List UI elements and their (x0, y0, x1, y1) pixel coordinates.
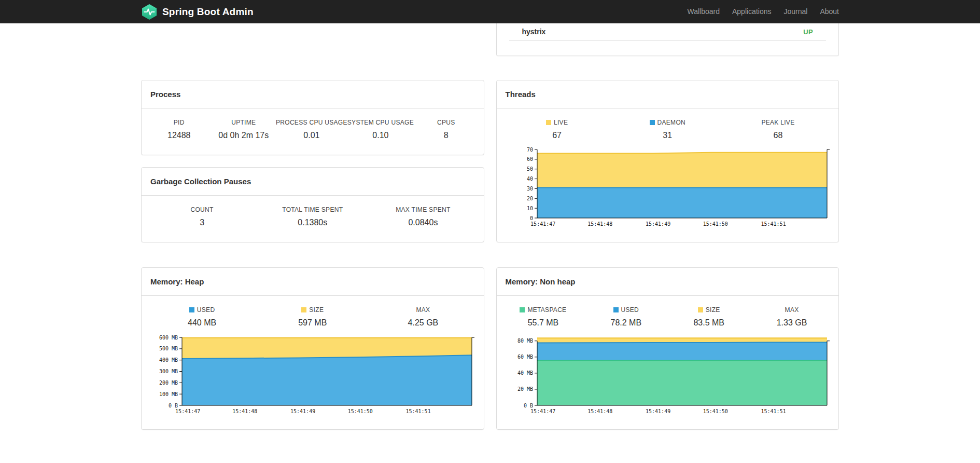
legend-swatch-used (189, 307, 194, 312)
svg-text:70: 70 (526, 147, 533, 153)
stat-gc-total-time: TOTAL TIME SPENT 0.1380s (257, 206, 368, 227)
svg-text:15:41:49: 15:41:49 (646, 408, 670, 414)
svg-text:15:41:47: 15:41:47 (530, 221, 555, 227)
col-process-gc: Process PID 12488 UPTIME 0d 0h 2m 17s PR… (141, 80, 484, 242)
stat-live: LIVE 67 (502, 119, 612, 140)
col-memory-heap: Memory: Heap USED 440 MB SIZE 597 MB MAX… (141, 267, 484, 430)
stat-value: 0.0840s (368, 218, 478, 227)
svg-text:15:41:49: 15:41:49 (290, 408, 315, 414)
stat-label: PEAK LIVE (723, 119, 833, 126)
svg-text:600 MB: 600 MB (159, 335, 178, 341)
stat-value: 31 (612, 131, 723, 140)
threads-panel: Threads LIVE 67 DAEMON 31 PEAK LIVE 68 (496, 80, 839, 242)
stat-label: DAEMON (612, 119, 723, 126)
stat-label: TOTAL TIME SPENT (257, 206, 368, 213)
navbar-inner: Spring Boot Admin Wallboard Applications… (141, 0, 839, 23)
stat-value: 83.5 MB (667, 318, 750, 328)
stat-label: LIVE (502, 119, 612, 126)
application-row-hystrix[interactable]: hystrix UP (509, 23, 827, 41)
row-top: hystrix UP (141, 23, 839, 56)
svg-text:50: 50 (526, 166, 533, 172)
nav-item-journal[interactable]: Journal (777, 0, 814, 23)
stat-value: 55.7 MB (502, 318, 585, 328)
stat-heap-size: SIZE 597 MB (257, 306, 368, 328)
legend-swatch-size (301, 307, 306, 312)
stat-value: 597 MB (257, 318, 368, 328)
stat-value: 0.01 (276, 131, 347, 140)
svg-text:0 B: 0 B (523, 403, 533, 408)
threads-stats: LIVE 67 DAEMON 31 PEAK LIVE 68 (497, 108, 839, 140)
svg-text:500 MB: 500 MB (159, 346, 178, 351)
nav-item-wallboard[interactable]: Wallboard (681, 0, 726, 23)
process-panel: Process PID 12488 UPTIME 0d 0h 2m 17s PR… (141, 80, 484, 155)
stat-heap-used: USED 440 MB (147, 306, 257, 328)
panel-title: Garbage Collection Pauses (142, 168, 484, 196)
svg-text:15:41:47: 15:41:47 (530, 408, 555, 414)
stat-cpus: CPUS 8 (414, 119, 479, 140)
svg-text:400 MB: 400 MB (159, 357, 178, 363)
status-badge: UP (803, 28, 813, 36)
svg-text:15:41:51: 15:41:51 (405, 408, 430, 414)
nav-item-applications[interactable]: Applications (726, 0, 778, 23)
stat-label: COUNT (147, 206, 257, 213)
stat-heap-max: MAX 4.25 GB (368, 306, 478, 328)
panel-title: Process (142, 80, 484, 108)
svg-text:40: 40 (526, 176, 533, 182)
stat-value: 1.33 GB (750, 318, 833, 328)
stat-value: 67 (502, 131, 612, 140)
stat-daemon: DAEMON 31 (612, 119, 723, 140)
heap-stats: USED 440 MB SIZE 597 MB MAX 4.25 GB (142, 296, 484, 328)
nav-links: Wallboard Applications Journal About (681, 0, 839, 23)
stat-value: 4.25 GB (368, 318, 478, 328)
stat-label: USED (584, 306, 667, 314)
stat-label: USED (147, 306, 257, 314)
svg-text:100 MB: 100 MB (159, 391, 178, 397)
stat-gc-max-time: MAX TIME SPENT 0.0840s (368, 206, 478, 227)
stat-label: UPTIME (212, 119, 276, 126)
row-bottom: Memory: Heap USED 440 MB SIZE 597 MB MAX… (141, 267, 839, 430)
gc-stats: COUNT 3 TOTAL TIME SPENT 0.1380s MAX TIM… (142, 196, 484, 227)
stat-value: 3 (147, 218, 257, 227)
svg-text:15:41:48: 15:41:48 (587, 408, 612, 414)
legend-swatch-live (546, 120, 551, 125)
svg-text:20: 20 (526, 196, 533, 201)
svg-text:15:41:48: 15:41:48 (587, 221, 612, 227)
svg-text:15:41:50: 15:41:50 (703, 408, 727, 414)
svg-text:15:41:51: 15:41:51 (761, 408, 786, 414)
memory-heap-chart: 0 B100 MB200 MB300 MB400 MB500 MB600 MB1… (142, 334, 484, 417)
stat-value: 0.10 (347, 131, 414, 140)
stat-label: MAX TIME SPENT (368, 206, 478, 213)
svg-text:15:41:50: 15:41:50 (703, 221, 727, 227)
stat-value: 0d 0h 2m 17s (212, 131, 276, 140)
legend-swatch-used (613, 307, 619, 312)
stat-pid: PID 12488 (147, 119, 212, 140)
nav-item-about[interactable]: About (814, 0, 839, 23)
stat-metaspace: METASPACE 55.7 MB (502, 306, 585, 328)
memory-nonheap-panel: Memory: Non heap METASPACE 55.7 MB USED … (496, 267, 839, 430)
svg-text:60: 60 (526, 156, 533, 162)
stat-nonheap-max: MAX 1.33 GB (750, 306, 833, 328)
svg-text:15:41:48: 15:41:48 (232, 408, 257, 414)
stat-label: CPUS (414, 119, 479, 126)
stat-system-cpu: SYSTEM CPU USAGE 0.10 (347, 119, 414, 140)
brand-link[interactable]: Spring Boot Admin (141, 4, 254, 20)
stat-label: MAX (368, 306, 478, 314)
stat-value: 78.2 MB (584, 318, 667, 328)
applications-panel: hystrix UP (496, 23, 839, 56)
stat-nonheap-size: SIZE 83.5 MB (667, 306, 750, 328)
svg-text:10: 10 (526, 206, 533, 211)
col-memory-nonheap: Memory: Non heap METASPACE 55.7 MB USED … (496, 267, 839, 430)
legend-swatch-metaspace (520, 307, 525, 312)
legend-swatch-daemon (650, 120, 655, 125)
stat-label: SYSTEM CPU USAGE (347, 119, 414, 126)
stat-value: 68 (723, 131, 833, 140)
svg-text:15:41:50: 15:41:50 (348, 408, 373, 414)
svg-text:20 MB: 20 MB (517, 386, 533, 392)
spring-boot-admin-logo-icon (141, 4, 158, 20)
stat-label: SIZE (257, 306, 368, 314)
stat-label: PROCESS CPU USAGE (276, 119, 347, 126)
legend-swatch-size (698, 307, 703, 312)
svg-text:200 MB: 200 MB (159, 380, 178, 386)
svg-text:30: 30 (526, 186, 533, 192)
stat-value: 440 MB (147, 318, 257, 328)
